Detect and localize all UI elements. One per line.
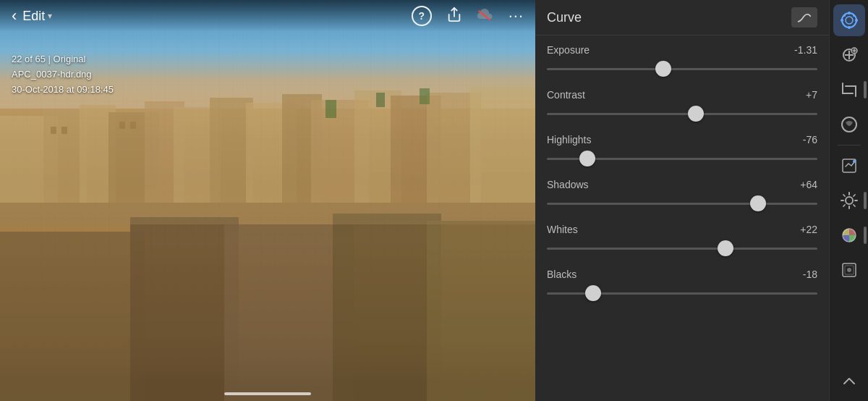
slider-track-container-highlights[interactable]: [547, 150, 817, 167]
svg-line-54: [843, 195, 844, 196]
svg-rect-25: [0, 203, 535, 224]
slider-value-exposure: -1.31: [788, 44, 817, 56]
slider-value-highlights: -76: [788, 134, 817, 145]
svg-point-33: [848, 12, 851, 14]
slider-thumb-blacks[interactable]: [585, 285, 601, 301]
sidebar-item-color[interactable]: [833, 219, 865, 251]
slider-row-shadows: Shadows +64: [535, 173, 829, 218]
header-left: ‹ Edit ▾: [12, 8, 52, 24]
share-icon[interactable]: [446, 7, 462, 26]
photo-filename: APC_0037-hdr.dng: [12, 67, 114, 83]
slider-track-container-exposure[interactable]: [547, 60, 817, 77]
slider-thumb-shadows[interactable]: [750, 195, 766, 211]
photo-counter: 22 of 65 | Original: [12, 52, 114, 67]
scroll-indicator: [224, 392, 311, 395]
svg-point-32: [846, 17, 853, 24]
slider-track-blacks: [547, 292, 817, 295]
svg-point-61: [847, 268, 851, 272]
svg-point-35: [841, 19, 843, 22]
svg-rect-16: [51, 127, 56, 134]
slider-top-shadows: Shadows +64: [547, 179, 817, 190]
edit-menu[interactable]: Edit ▾: [22, 9, 52, 24]
sidebar-item-masking[interactable]: [833, 109, 865, 140]
slider-row-highlights: Highlights -76: [535, 128, 829, 173]
slider-track-whites: [547, 248, 817, 250]
back-button[interactable]: ‹: [12, 8, 17, 24]
slider-row-whites: Whites +22: [535, 218, 829, 263]
sidebar-item-crop[interactable]: [833, 74, 865, 106]
svg-point-37: [843, 14, 846, 17]
slider-thumb-contrast[interactable]: [688, 106, 704, 122]
slider-label-blacks: Blacks: [547, 269, 576, 280]
svg-rect-17: [61, 127, 67, 134]
edit-caret-icon: ▾: [48, 11, 52, 21]
slider-track-shadows: [547, 203, 817, 205]
slider-track-exposure: [547, 68, 817, 70]
sidebar-divider-1: [838, 145, 861, 145]
header-right: ? ···: [412, 6, 524, 26]
svg-rect-26: [326, 100, 336, 118]
slider-track-container-blacks[interactable]: [547, 284, 817, 302]
right-sidebar: [829, 0, 868, 401]
slider-top-whites: Whites +22: [547, 224, 817, 235]
svg-rect-20: [0, 232, 145, 401]
slider-label-contrast: Contrast: [547, 89, 585, 101]
help-icon[interactable]: ?: [412, 6, 432, 26]
slider-row-blacks: Blacks -18: [535, 263, 829, 308]
slider-top-exposure: Exposure -1.31: [547, 44, 817, 56]
slider-top-highlights: Highlights -76: [547, 134, 817, 145]
edit-label-text: Edit: [22, 9, 45, 24]
sidebar-item-presets[interactable]: [833, 4, 865, 36]
slider-label-exposure: Exposure: [547, 44, 590, 56]
sidebar-item-effects[interactable]: [833, 254, 865, 286]
svg-point-38: [853, 14, 855, 17]
slider-value-blacks: -18: [788, 269, 817, 280]
svg-rect-18: [119, 122, 125, 129]
sidebar-item-healing[interactable]: [833, 39, 865, 71]
svg-point-49: [846, 197, 853, 204]
color-expand-indicator: [864, 227, 867, 244]
adjustments-panel: Curve Exposure -1.31 Contrast +7: [535, 0, 829, 401]
curve-button[interactable]: [791, 7, 817, 28]
sliders-container: Exposure -1.31 Contrast +7 Highlights -7…: [535, 35, 829, 401]
slider-row-exposure: Exposure -1.31: [535, 38, 829, 83]
crop-expand-indicator: [864, 81, 867, 98]
light-expand-indicator: [864, 192, 867, 209]
slider-track-container-shadows[interactable]: [547, 195, 817, 212]
slider-track-container-contrast[interactable]: [547, 105, 817, 122]
photo-header: ‹ Edit ▾ ?: [0, 0, 535, 32]
panel-title: Curve: [547, 10, 582, 25]
slider-value-whites: +22: [788, 224, 817, 235]
svg-line-55: [853, 205, 854, 206]
slider-value-contrast: +7: [788, 89, 817, 101]
photo-datetime: 30-Oct-2018 at 09:18:45: [12, 83, 114, 98]
sidebar-item-enhance[interactable]: [833, 150, 865, 182]
svg-rect-27: [376, 93, 385, 107]
sidebar-item-light[interactable]: [833, 185, 865, 216]
photo-info: 22 of 65 | Original APC_0037-hdr.dng 30-…: [12, 52, 114, 97]
slider-track-contrast: [547, 113, 817, 115]
svg-rect-21: [130, 217, 239, 401]
svg-line-56: [843, 205, 844, 206]
panel-header: Curve: [535, 0, 829, 35]
photo-area: ‹ Edit ▾ ?: [0, 0, 535, 401]
slider-row-contrast: Contrast +7: [535, 83, 829, 128]
slider-thumb-whites[interactable]: [718, 240, 733, 256]
sidebar-item-extra[interactable]: [833, 365, 865, 397]
slider-label-shadows: Shadows: [547, 179, 589, 190]
more-icon[interactable]: ···: [509, 7, 524, 25]
slider-value-shadows: +64: [788, 179, 817, 190]
svg-line-57: [853, 195, 854, 196]
slider-top-blacks: Blacks -18: [547, 269, 817, 280]
slider-thumb-highlights[interactable]: [579, 151, 595, 166]
mask-icon[interactable]: [477, 7, 494, 26]
svg-rect-24: [427, 221, 535, 401]
slider-track-container-whites[interactable]: [547, 240, 817, 257]
svg-point-36: [855, 19, 858, 22]
svg-rect-19: [130, 122, 136, 129]
svg-rect-28: [420, 88, 430, 104]
slider-thumb-exposure[interactable]: [655, 61, 671, 77]
svg-point-34: [848, 26, 851, 29]
svg-point-47: [853, 160, 856, 163]
slider-label-highlights: Highlights: [547, 134, 591, 145]
